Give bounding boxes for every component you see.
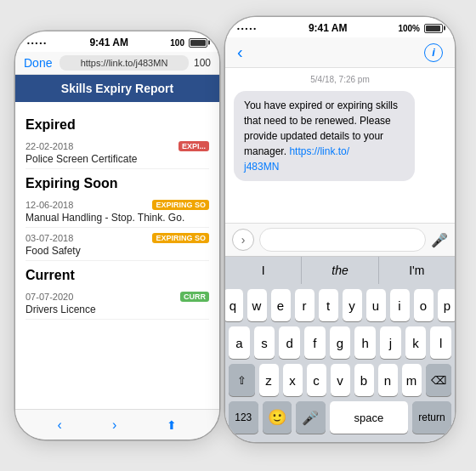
key-s[interactable]: s <box>254 326 275 359</box>
key-b[interactable]: b <box>354 364 374 396</box>
left-signal-dots: ••••• <box>27 39 48 47</box>
left-battery-fill <box>190 40 206 46</box>
page-header: Skills Expiry Report <box>15 75 219 102</box>
text-input-row: › 🎤 <box>225 223 455 256</box>
nav-back-button[interactable]: ‹ <box>58 417 62 433</box>
skill-row-manual: 12-06-2018 EXPIRING SO Manual Handling -… <box>26 196 209 228</box>
nav-forward-button[interactable]: › <box>112 417 116 433</box>
skill-date-police: 22-02-2018 <box>26 141 73 151</box>
key-r[interactable]: r <box>295 289 314 321</box>
right-phone-inner: ••••• 9:41 AM 100% ‹ i 5/4/18, 7:26 pm Y… <box>225 17 455 442</box>
num-key[interactable]: 123 <box>229 401 258 434</box>
keyboard-row-4: 123 🙂 🎤 space return <box>229 401 451 434</box>
key-y[interactable]: y <box>343 289 362 321</box>
skill-row-food: 03-07-2018 EXPIRING SO Food Safety <box>26 230 209 261</box>
predictive-bar: I the I'm <box>225 256 455 284</box>
skill-date-manual: 12-06-2018 <box>26 200 73 210</box>
skill-name-manual: Manual Handling - Stop. Think. Go. <box>26 212 209 224</box>
back-icon[interactable]: ‹ <box>237 43 243 62</box>
key-m[interactable]: m <box>402 364 422 396</box>
messages-container: 5/4/18, 7:26 pm You have expired or expi… <box>225 68 455 223</box>
key-n[interactable]: n <box>378 364 398 396</box>
keyboard-row-3: ⇧ z x c v b n m ⌫ <box>229 364 451 396</box>
keyboard-mic-key[interactable]: 🎤 <box>296 401 326 434</box>
done-button[interactable]: Done <box>24 56 54 70</box>
key-c[interactable]: c <box>307 364 326 396</box>
left-battery-nav: 100 <box>194 57 211 69</box>
key-h[interactable]: h <box>354 326 376 359</box>
left-status-bar: ••••• 9:41 AM 100 <box>15 31 219 52</box>
badge-expiring-manual: EXPIRING SO <box>152 200 209 210</box>
left-nav-bar: Done https://link.to/j483MN 100 <box>15 52 219 75</box>
skill-date-food: 03-07-2018 <box>26 233 73 243</box>
key-k[interactable]: k <box>405 326 427 359</box>
skill-row-drivers: 07-07-2020 CURR Drivers Licence <box>26 288 209 320</box>
keyboard-row-2: a s d f g h j k l <box>229 326 451 359</box>
right-battery-fill <box>426 26 440 31</box>
section-expired: Expired <box>26 117 209 133</box>
skill-name-police: Police Screen Certificate <box>26 153 209 165</box>
right-battery-area: 100% <box>398 24 443 33</box>
return-key[interactable]: return <box>412 401 451 434</box>
key-a[interactable]: a <box>229 326 250 359</box>
emoji-key[interactable]: 🙂 <box>263 401 292 434</box>
key-x[interactable]: x <box>283 364 303 396</box>
key-i[interactable]: i <box>390 289 410 321</box>
key-w[interactable]: w <box>247 289 267 321</box>
predictive-item-0[interactable]: I <box>225 257 302 284</box>
shift-key[interactable]: ⇧ <box>229 364 255 396</box>
keyboard: q w e r t y u i o p a s d f g h j k <box>225 284 455 442</box>
space-key[interactable]: space <box>330 401 408 434</box>
url-bar[interactable]: https://link.to/j483MN <box>60 55 189 71</box>
key-f[interactable]: f <box>304 326 326 359</box>
predictive-item-2[interactable]: I'm <box>379 257 455 284</box>
left-battery-area: 100 <box>170 38 207 48</box>
section-expiring-soon: Expiring Soon <box>26 176 209 191</box>
right-battery-icon <box>424 24 443 33</box>
key-e[interactable]: e <box>271 289 291 321</box>
mic-icon[interactable]: 🎤 <box>431 232 448 248</box>
left-battery-text: 100 <box>170 38 184 48</box>
key-g[interactable]: g <box>330 326 351 359</box>
skill-name-food: Food Safety <box>26 245 209 257</box>
right-status-bar: ••••• 9:41 AM 100% <box>225 17 455 37</box>
key-q[interactable]: q <box>225 289 243 321</box>
delete-key[interactable]: ⌫ <box>426 364 452 396</box>
message-input[interactable] <box>259 228 426 252</box>
left-battery-icon <box>189 38 207 48</box>
right-signal-dots: ••••• <box>237 25 258 32</box>
message-bubble: You have expired or expiring skills that… <box>234 91 415 181</box>
keyboard-row-1: q w e r t y u i o p <box>229 289 451 321</box>
badge-expiring-food: EXPIRING SO <box>152 233 209 243</box>
info-icon-button[interactable]: i <box>424 43 443 62</box>
nav-share-button[interactable]: ⬆ <box>167 418 177 432</box>
key-d[interactable]: d <box>279 326 300 359</box>
left-time: 9:41 AM <box>89 37 128 48</box>
predictive-item-1[interactable]: the <box>302 257 378 284</box>
section-current: Current <box>26 268 209 283</box>
key-l[interactable]: l <box>430 326 451 359</box>
bottom-nav-bar: ‹ › ⬆ <box>15 409 219 440</box>
key-u[interactable]: u <box>366 289 386 321</box>
message-timestamp: 5/4/18, 7:26 pm <box>234 75 446 84</box>
skill-name-drivers: Drivers Licence <box>26 304 209 315</box>
content-area: Expired 22-02-2018 EXPI... Police Screen… <box>15 102 219 400</box>
expand-button[interactable]: › <box>232 229 254 251</box>
key-t[interactable]: t <box>319 289 338 321</box>
key-p[interactable]: p <box>438 289 456 321</box>
right-nav-bar: ‹ i <box>225 37 455 68</box>
badge-current-drivers: CURR <box>180 292 209 302</box>
key-o[interactable]: o <box>414 289 434 321</box>
skill-row-police: 22-02-2018 EXPI... Police Screen Certifi… <box>26 138 209 169</box>
badge-expired-police: EXPI... <box>178 141 209 151</box>
key-j[interactable]: j <box>380 326 401 359</box>
right-phone: ••••• 9:41 AM 100% ‹ i 5/4/18, 7:26 pm Y… <box>225 17 455 442</box>
right-battery-pct: 100% <box>398 24 420 33</box>
key-v[interactable]: v <box>331 364 350 396</box>
right-time: 9:41 AM <box>309 22 348 34</box>
key-z[interactable]: z <box>259 364 279 396</box>
left-phone: ••••• 9:41 AM 100 Done https://link.to/j… <box>15 31 219 440</box>
skill-date-drivers: 07-07-2020 <box>26 292 73 302</box>
